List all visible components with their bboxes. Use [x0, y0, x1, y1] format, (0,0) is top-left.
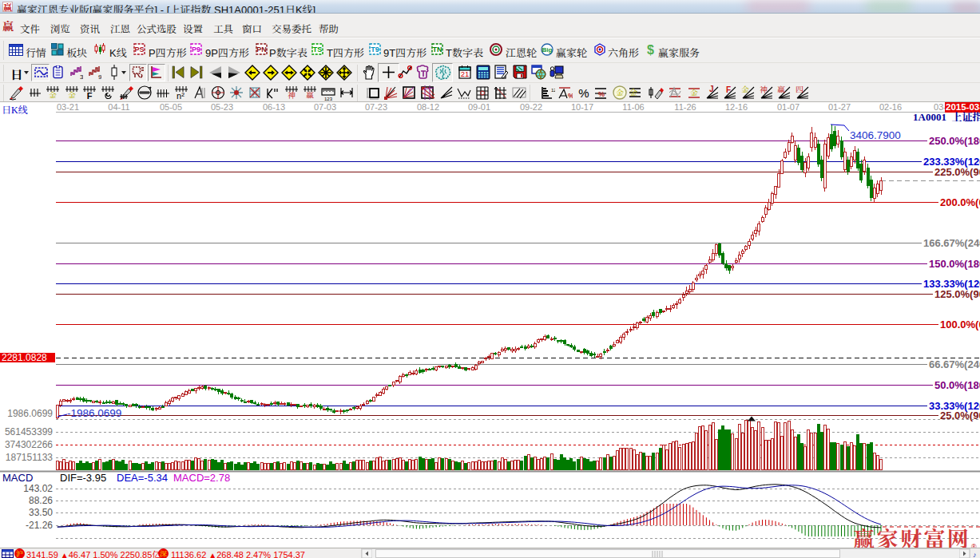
svg-text:1A0001 上证指数: 1A0001 上证指数 — [913, 109, 980, 124]
svg-text:神: 神 — [288, 89, 296, 101]
svg-text:07-03: 07-03 — [314, 102, 336, 112]
svg-text:%: % — [568, 92, 573, 100]
svg-text:3: 3 — [80, 73, 83, 80]
svg-text:MACD: MACD — [2, 472, 33, 484]
svg-text:Big: Big — [542, 46, 553, 53]
svg-text:-1986.0699: -1986.0699 — [67, 407, 121, 419]
svg-text:四: 四 — [796, 85, 803, 95]
svg-text:%: % — [578, 86, 589, 100]
svg-text:金: 金 — [690, 86, 698, 98]
svg-text:88.26: 88.26 — [29, 495, 53, 506]
svg-text:166.67%(240: 166.67%(240 — [923, 237, 980, 249]
svg-text:50.0%(180: 50.0%(180 — [934, 379, 980, 391]
svg-text:225.0%(90: 225.0%(90 — [934, 166, 980, 178]
svg-text:125.0%(90: 125.0%(90 — [934, 288, 980, 300]
svg-text:T9: T9 — [371, 46, 379, 53]
svg-text:10-17: 10-17 — [571, 102, 593, 112]
svg-text:金: 金 — [741, 85, 749, 95]
svg-text:11-06: 11-06 — [622, 102, 644, 112]
svg-text:F: F — [87, 91, 93, 101]
svg-text:n²: n² — [177, 91, 184, 101]
svg-text:9: 9 — [98, 73, 101, 80]
svg-text:04-11: 04-11 — [108, 102, 129, 112]
svg-text:03-21: 03-21 — [57, 102, 79, 112]
svg-text:J: J — [709, 85, 714, 93]
svg-text:DEA=-5.34: DEA=-5.34 — [117, 472, 168, 484]
svg-text:神: 神 — [760, 85, 768, 95]
svg-text:374302266: 374302266 — [5, 439, 53, 450]
svg-text:MACD=2.78: MACD=2.78 — [173, 472, 230, 484]
svg-text:05-05: 05-05 — [160, 102, 182, 112]
svg-text:TN: TN — [433, 46, 442, 53]
svg-text:07-23: 07-23 — [365, 102, 387, 112]
svg-text:-21.26: -21.26 — [26, 520, 53, 531]
svg-text:250.0%(180: 250.0%(180 — [929, 135, 980, 147]
svg-text:05-23: 05-23 — [211, 102, 233, 112]
svg-text:TS: TS — [313, 46, 323, 53]
svg-text:金: 金 — [49, 89, 57, 101]
svg-text:日K线: 日K线 — [2, 102, 28, 116]
svg-text:赢: 赢 — [777, 85, 785, 95]
svg-text:%: % — [598, 90, 605, 98]
svg-text:F: F — [726, 85, 731, 94]
svg-text:123: 123 — [551, 88, 555, 93]
svg-text:12-16: 12-16 — [725, 102, 748, 112]
svg-text:187151133: 187151133 — [6, 452, 54, 463]
svg-text:200.0%(0: 200.0%(0 — [940, 196, 980, 208]
svg-text:$: $ — [647, 43, 654, 56]
svg-text:金: 金 — [616, 86, 624, 98]
svg-text:01-27: 01-27 — [828, 102, 851, 112]
svg-text:561453399: 561453399 — [5, 426, 53, 437]
svg-text:143.02: 143.02 — [23, 483, 53, 494]
svg-text:150.0%(180: 150.0%(180 — [929, 258, 980, 270]
svg-text:33.50: 33.50 — [29, 507, 53, 518]
svg-text:08-12: 08-12 — [417, 102, 439, 112]
svg-text:赢: 赢 — [306, 89, 314, 101]
svg-text:金: 金 — [629, 85, 638, 98]
svg-text:01-07: 01-07 — [777, 102, 799, 112]
svg-text:100.0%(0: 100.0%(0 — [940, 319, 980, 330]
svg-text:02-16: 02-16 — [879, 102, 902, 112]
svg-text:25.0%(90: 25.0%(90 — [940, 410, 980, 421]
svg-text:21: 21 — [461, 69, 470, 78]
svg-text:09-22: 09-22 — [520, 102, 542, 112]
svg-text:09-01: 09-01 — [468, 102, 490, 112]
svg-text:1986.0699: 1986.0699 — [7, 408, 53, 419]
svg-text:金: 金 — [68, 89, 76, 101]
svg-text:123: 123 — [324, 97, 333, 101]
svg-text:DIF=-3.95: DIF=-3.95 — [60, 472, 106, 484]
svg-text:P9: P9 — [192, 46, 200, 53]
svg-text:PS: PS — [134, 46, 144, 53]
svg-text:11-26: 11-26 — [674, 102, 696, 112]
svg-text:2281.0828: 2281.0828 — [2, 352, 47, 363]
svg-text:PN: PN — [256, 46, 267, 53]
svg-text:66.67%(240: 66.67%(240 — [929, 358, 980, 370]
svg-text:3406.7900: 3406.7900 — [850, 129, 901, 141]
svg-text:06-13: 06-13 — [263, 102, 285, 112]
